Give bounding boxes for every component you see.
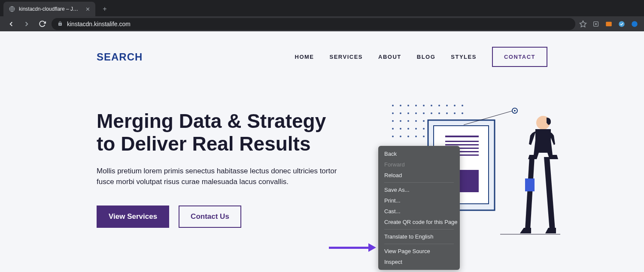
svg-point-36	[415, 128, 417, 130]
menu-item-save-as[interactable]: Save As...	[378, 184, 460, 195]
menu-item-cast[interactable]: Cast...	[378, 206, 460, 217]
svg-point-11	[415, 105, 417, 106]
svg-point-15	[446, 105, 448, 106]
nav-services[interactable]: SERVICES	[330, 54, 363, 60]
menu-item-back[interactable]: Back	[378, 148, 460, 159]
toolbar-icons	[579, 20, 639, 28]
menu-item-view-source[interactable]: View Page Source	[378, 246, 460, 257]
extension-icon-1[interactable]	[592, 20, 600, 28]
svg-point-37	[423, 128, 425, 130]
svg-point-29	[400, 120, 401, 122]
hero-title: Merging Data & Strategy to Deliver Real …	[97, 110, 337, 155]
browser-tab[interactable]: kinstacdn-cloudflare – Just an ✕	[3, 2, 95, 16]
svg-point-26	[454, 112, 456, 114]
tab-title: kinstacdn-cloudflare – Just an	[19, 6, 81, 12]
page-header: SEARCH HOME SERVICES ABOUT BLOG STYLES C…	[97, 47, 547, 67]
menu-divider	[384, 244, 454, 244]
nav-about[interactable]: ABOUT	[378, 54, 401, 60]
svg-point-34	[400, 128, 401, 130]
svg-point-31	[415, 120, 417, 122]
svg-point-42	[423, 136, 425, 137]
hero-text: Merging Data & Strategy to Deliver Real …	[97, 110, 337, 228]
svg-marker-2	[580, 21, 586, 27]
url-bar[interactable]: kinstacdn.kinstalife.com	[52, 18, 575, 30]
extension-icon-2[interactable]	[605, 20, 613, 28]
svg-point-25	[446, 112, 448, 114]
nav-contact-button[interactable]: CONTACT	[492, 47, 547, 67]
forward-button[interactable]	[21, 18, 33, 30]
svg-point-39	[400, 136, 401, 137]
url-text: kinstacdn.kinstalife.com	[67, 21, 131, 27]
svg-point-35	[407, 128, 409, 130]
svg-point-19	[400, 112, 401, 114]
menu-divider	[384, 182, 454, 183]
svg-point-16	[454, 105, 456, 106]
lock-icon	[58, 21, 63, 27]
extension-icon-3[interactable]	[617, 20, 626, 28]
nav-blog[interactable]: BLOG	[417, 54, 436, 60]
hero-subtitle: Mollis pretium lorem primis senectus hab…	[97, 166, 337, 187]
annotation-arrow	[329, 245, 376, 251]
globe-icon	[9, 6, 15, 12]
svg-point-21	[415, 112, 417, 114]
close-icon[interactable]: ✕	[84, 6, 91, 12]
svg-rect-56	[535, 129, 551, 153]
svg-point-38	[392, 136, 394, 137]
svg-point-40	[407, 136, 409, 137]
menu-item-print[interactable]: Print...	[378, 195, 460, 206]
contact-us-button[interactable]: Contact Us	[179, 206, 241, 228]
hero-section: Merging Data & Strategy to Deliver Real …	[97, 110, 547, 228]
tab-bar: kinstacdn-cloudflare – Just an ✕ +	[0, 0, 644, 16]
menu-item-forward: Forward	[378, 159, 460, 170]
svg-point-14	[438, 105, 440, 106]
svg-rect-46	[445, 141, 479, 142]
svg-point-54	[514, 110, 516, 112]
back-button[interactable]	[5, 18, 17, 30]
svg-point-7	[632, 21, 638, 27]
view-services-button[interactable]: View Services	[97, 206, 169, 228]
extension-icon-4[interactable]	[630, 20, 639, 28]
reload-button[interactable]	[36, 18, 48, 30]
logo[interactable]: SEARCH	[97, 51, 143, 63]
svg-point-30	[407, 120, 409, 122]
svg-rect-5	[606, 21, 612, 26]
svg-point-9	[400, 105, 401, 106]
svg-point-12	[423, 105, 425, 106]
svg-rect-57	[525, 178, 535, 191]
svg-point-33	[392, 128, 394, 130]
address-bar: kinstacdn.kinstalife.com	[0, 16, 644, 31]
menu-item-inspect[interactable]: Inspect	[378, 257, 460, 267]
svg-rect-45	[445, 136, 479, 137]
svg-point-17	[462, 105, 463, 106]
svg-point-6	[619, 21, 625, 27]
main-nav: HOME SERVICES ABOUT BLOG STYLES CONTACT	[295, 47, 547, 67]
svg-point-10	[407, 105, 409, 106]
svg-point-27	[462, 112, 463, 114]
svg-point-28	[392, 120, 394, 122]
svg-point-3	[595, 23, 597, 25]
menu-item-translate[interactable]: Translate to English	[378, 231, 460, 242]
svg-point-13	[431, 105, 432, 106]
nav-home[interactable]: HOME	[295, 54, 314, 60]
svg-point-8	[392, 105, 394, 106]
svg-point-24	[438, 112, 440, 114]
new-tab-button[interactable]: +	[99, 3, 111, 15]
svg-point-22	[423, 112, 425, 114]
page-content: SEARCH HOME SERVICES ABOUT BLOG STYLES C…	[0, 31, 644, 272]
star-icon[interactable]	[579, 20, 587, 28]
nav-styles[interactable]: STYLES	[451, 54, 477, 60]
menu-item-qr-code[interactable]: Create QR code for this Page	[378, 217, 460, 227]
svg-point-41	[415, 136, 417, 137]
context-menu: Back Forward Reload Save As... Print... …	[378, 146, 460, 270]
svg-point-20	[407, 112, 409, 114]
browser-chrome: kinstacdn-cloudflare – Just an ✕ + kinst…	[0, 0, 644, 31]
menu-item-reload[interactable]: Reload	[378, 170, 460, 181]
svg-point-23	[431, 112, 432, 114]
svg-point-32	[423, 120, 425, 122]
menu-divider	[384, 229, 454, 230]
svg-point-18	[392, 112, 394, 114]
hero-buttons: View Services Contact Us	[97, 206, 337, 228]
svg-rect-47	[445, 144, 479, 145]
